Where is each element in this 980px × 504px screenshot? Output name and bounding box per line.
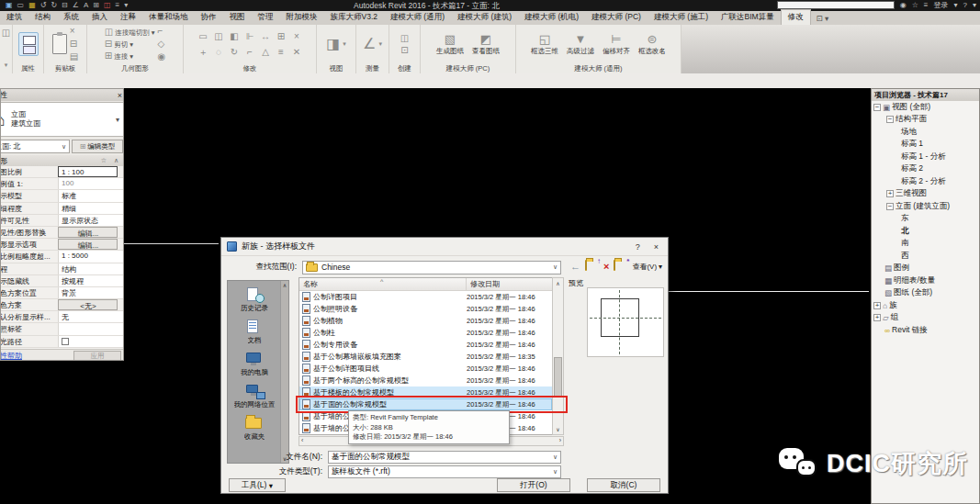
view-tool-icon[interactable]: ◨ — [326, 35, 340, 53]
delete-button[interactable]: × — [603, 260, 609, 273]
cut-icon[interactable]: × — [70, 26, 78, 37]
tree-item-level1[interactable]: 标高 1 — [872, 139, 979, 151]
properties-icon[interactable] — [18, 32, 39, 56]
discipline-value[interactable]: 结构 — [58, 263, 124, 274]
ribbon-edge-button[interactable]: ◫▾ — [0, 25, 13, 73]
extend-icon[interactable]: ⊩ — [242, 29, 257, 44]
search-icon[interactable]: ◉ — [900, 1, 907, 9]
dialog-help-icon[interactable]: ? — [636, 242, 640, 252]
tab-family-master[interactable]: 族库大师V3.2 — [324, 10, 385, 25]
copy-tool-icon[interactable]: ◌ — [211, 45, 226, 60]
file-row[interactable]: 公制照明设备2015/3/2 星期一 18:46 — [299, 303, 552, 315]
tree-item-groups[interactable]: +▱组 — [872, 312, 979, 325]
cancel-button[interactable]: 取消(C) — [587, 478, 660, 492]
file-row[interactable]: 基于楼板的公制常规模型2015/3/2 星期一 18:46 — [299, 386, 552, 398]
tree-item-structural-plans[interactable]: −结构平面 — [872, 114, 979, 127]
place-my-computer[interactable]: 我的电脑 — [228, 352, 281, 377]
box-rename-button[interactable]: ⊜ 框选改名 — [636, 32, 669, 56]
tab-collaborate[interactable]: 协作 — [195, 10, 223, 25]
dialog-close-icon[interactable]: × — [654, 242, 659, 252]
tab-modeling-master-constr[interactable]: 建模大师 (施工) — [648, 10, 715, 25]
join-button[interactable]: ⊞ 连接 ▾ — [105, 50, 133, 62]
tree-item-north[interactable]: 北 — [872, 225, 979, 238]
help-dropdown-icon[interactable]: ▾ — [973, 1, 976, 9]
scrollbar-thumb[interactable] — [554, 357, 562, 398]
tree-item-legends[interactable]: ▤图例 — [872, 263, 979, 275]
file-row-selected[interactable]: 基于面的公制常规模型2015/3/2 星期一 18:46 — [299, 398, 552, 410]
expand-icon[interactable]: + — [873, 302, 881, 309]
offset-align-button[interactable]: ⊨ 偏移对齐 — [600, 32, 633, 56]
parts-visibility-value[interactable]: 显示原状态 — [58, 215, 124, 226]
delete-tool-icon[interactable]: ✕ — [289, 45, 304, 60]
signin-label[interactable]: 登录 — [934, 1, 949, 9]
place-network[interactable]: 我的网络位置 — [228, 384, 281, 409]
tree-item-sheets[interactable]: ▧图纸 (全部) — [872, 287, 979, 300]
pin-icon[interactable]: ≡ — [274, 45, 288, 60]
view-sheet-button[interactable]: ◩ 查看图纸 — [469, 32, 502, 56]
detail-level-value[interactable]: 精细 — [58, 203, 124, 214]
section-icon[interactable]: ◫ — [104, 1, 111, 10]
app-menu-icon[interactable]: ▣ — [6, 1, 13, 10]
tab-annotate[interactable]: 注释 — [114, 10, 142, 25]
file-row[interactable]: 公制植物2015/3/2 星期一 18:46 — [299, 315, 552, 327]
box-select-3d-button[interactable]: ◱ 框选三维 — [528, 32, 561, 56]
dialog-title-bar[interactable]: 新族 - 选择样板文件 ? × — [221, 238, 668, 256]
tab-glodon-bim[interactable]: 广联达BIM算量 — [715, 10, 781, 25]
open-icon[interactable]: ▭ — [17, 1, 25, 10]
tree-item-level1-analytical[interactable]: 标高 1 - 分析 — [872, 151, 979, 163]
tree-item-revit-links[interactable]: ∞Revit 链接 — [872, 324, 979, 337]
move-icon[interactable]: ＋ — [196, 45, 210, 60]
look-in-combo[interactable]: Chinese ∨ — [302, 261, 561, 274]
tab-modeling-master-arch[interactable]: 建模大师 (建筑) — [451, 10, 518, 25]
tab-architecture[interactable]: 建筑 — [0, 10, 28, 25]
create-group-icon[interactable]: ◫ — [400, 33, 409, 44]
tab-massing-site[interactable]: 体量和场地 — [142, 10, 195, 25]
mirror-icon[interactable]: ◧ — [227, 29, 242, 44]
chevron-down-icon[interactable]: ▾ — [116, 116, 119, 124]
tab-insert[interactable]: 插入 — [85, 10, 114, 25]
tab-manage[interactable]: 管理 — [252, 10, 280, 25]
cut-geometry-button[interactable]: ⊟ 剪切 ▾ — [105, 39, 133, 50]
text-icon[interactable]: A — [84, 1, 88, 10]
instance-selector[interactable]: 立面: 北 ∨ — [0, 140, 70, 153]
redo-icon[interactable]: ↻ — [51, 1, 57, 10]
up-one-level-button[interactable]: ↑ — [585, 261, 599, 272]
paint-icon[interactable]: ◉ — [158, 51, 166, 62]
file-row[interactable]: 基于公制幕墙嵌板填充图案2015/3/2 星期一 18:35 — [299, 351, 552, 363]
undo-icon[interactable]: ↺ — [40, 1, 47, 10]
help-icon[interactable]: ? — [963, 1, 967, 9]
save-icon[interactable]: ▦ — [28, 1, 36, 10]
tree-item-3d-views[interactable]: +三维视图 — [872, 188, 979, 201]
vg-edit-button[interactable]: 编辑... — [58, 227, 118, 238]
tab-addins[interactable]: 附加模块 — [280, 10, 324, 25]
file-name-combo[interactable]: 基于面的公制常规模型 ∨ — [328, 451, 561, 464]
view-scale-value[interactable]: 1 : 100 — [58, 166, 118, 177]
apply-button[interactable]: 应用 — [73, 351, 121, 361]
advanced-filter-button[interactable]: ▼ 高级过滤 — [564, 32, 597, 56]
close-icon[interactable]: × — [118, 91, 122, 100]
measure-icon[interactable]: ∠ — [73, 1, 79, 10]
tree-item-east[interactable]: 东 — [872, 213, 979, 226]
tree-item-elevations[interactable]: −立面 (建筑立面) — [872, 200, 979, 213]
tree-item-families[interactable]: +⌂族 — [872, 299, 979, 312]
file-row[interactable]: 公制详图项目2015/3/2 星期一 18:46 — [299, 291, 552, 303]
file-row[interactable]: 公制柱2015/3/2 星期一 18:46 — [299, 327, 552, 339]
tree-item-level2[interactable]: 标高 2 — [872, 163, 979, 176]
back-button[interactable]: ← — [570, 260, 580, 273]
file-row[interactable]: 公制专用设备2015/3/2 星期一 18:46 — [299, 339, 552, 351]
tools-button[interactable]: 工具(L) ▾ — [229, 478, 286, 492]
collapse-icon[interactable]: − — [873, 104, 881, 111]
generate-sheet-button[interactable]: ▧ 生成图纸 — [434, 32, 467, 56]
array-icon[interactable]: ⊞ — [274, 29, 288, 44]
star-icon[interactable]: ☆ — [912, 1, 918, 9]
tree-item-schedules[interactable]: ▦明细表/数量 — [872, 274, 979, 287]
new-folder-button[interactable]: * — [614, 261, 627, 272]
properties-help-link[interactable]: 属性帮助 — [0, 351, 22, 361]
analysis-display-value[interactable]: 无 — [58, 311, 124, 322]
qat-dropdown-icon[interactable]: ▾ — [124, 1, 128, 10]
expand-icon[interactable]: + — [886, 190, 894, 197]
tab-modeling-master-mep[interactable]: 建模大师 (机电) — [518, 10, 585, 25]
wall-join-icon[interactable]: ◇ — [158, 39, 166, 50]
hide-at-scale-value[interactable]: 1 : 5000 — [58, 251, 124, 262]
tree-item-views[interactable]: −▣视图 (全部) — [872, 101, 979, 114]
